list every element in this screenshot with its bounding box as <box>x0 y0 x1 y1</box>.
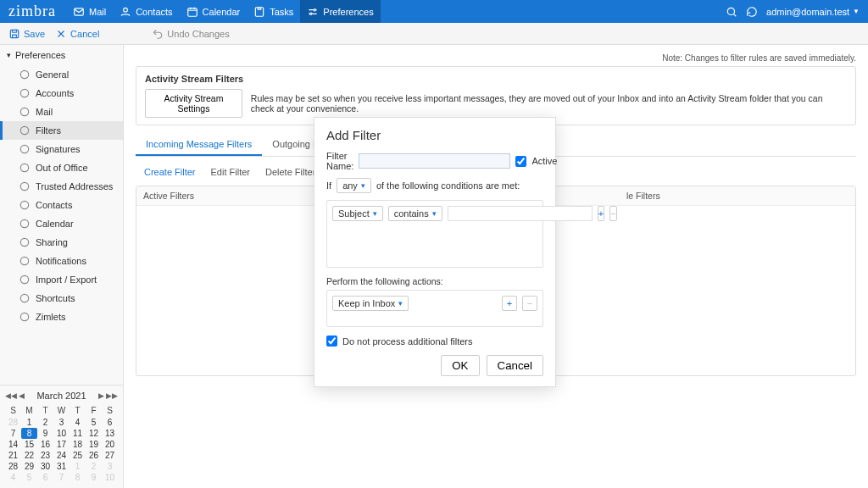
cal-day[interactable]: 3 <box>102 461 118 472</box>
cal-day[interactable]: 24 <box>53 450 70 461</box>
nav-preferences[interactable]: Preferences <box>300 0 380 23</box>
cal-day[interactable]: 2 <box>37 417 53 428</box>
cal-day[interactable]: 10 <box>102 472 118 483</box>
nav-mail[interactable]: Mail <box>66 0 113 23</box>
cal-day[interactable]: 4 <box>70 417 86 428</box>
add-condition-button[interactable]: + <box>598 206 604 221</box>
condition-op-select[interactable]: contains▾ <box>388 206 442 221</box>
search-icon[interactable] <box>726 6 737 18</box>
cal-day[interactable]: 15 <box>21 439 37 450</box>
shield-icon <box>19 180 31 192</box>
cal-day[interactable]: 7 <box>5 428 21 439</box>
refresh-icon[interactable] <box>746 6 758 18</box>
cal-day[interactable]: 8 <box>21 428 37 439</box>
cal-day[interactable]: 6 <box>102 417 118 428</box>
active-checkbox[interactable]: Active <box>515 156 557 167</box>
cal-day[interactable]: 8 <box>70 472 86 483</box>
cal-day[interactable]: 3 <box>53 417 70 428</box>
cancel-button[interactable]: Cancel <box>55 28 99 40</box>
cal-day[interactable]: 9 <box>86 472 102 483</box>
cal-day[interactable]: 9 <box>37 428 53 439</box>
sidebar-item-trusted-addresses[interactable]: Trusted Addresses <box>0 177 123 196</box>
cal-day[interactable]: 5 <box>21 472 37 483</box>
sidebar-item-notifications[interactable]: Notifications <box>0 252 123 270</box>
cal-day[interactable]: 4 <box>5 472 21 483</box>
condition-value-input[interactable] <box>448 206 593 221</box>
nav-calendar[interactable]: Calendar <box>180 0 248 23</box>
sidebar-item-contacts[interactable]: Contacts <box>0 196 123 214</box>
cal-day[interactable]: 19 <box>86 439 102 450</box>
sidebar-item-calendar[interactable]: Calendar <box>0 214 123 233</box>
svg-point-9 <box>20 89 28 97</box>
cal-day[interactable]: 30 <box>37 461 53 472</box>
cal-day[interactable]: 1 <box>21 417 37 428</box>
cal-day[interactable]: 26 <box>86 450 102 461</box>
cal-day[interactable]: 5 <box>86 417 102 428</box>
cal-day[interactable]: 27 <box>102 450 118 461</box>
remove-condition-button[interactable]: − <box>609 206 616 221</box>
nav-tasks[interactable]: Tasks <box>247 0 300 23</box>
sidebar-item-out-of-office[interactable]: Out of Office <box>0 158 123 177</box>
sidebar-item-sharing[interactable]: Sharing <box>0 233 123 252</box>
remove-action-button[interactable]: − <box>522 296 537 311</box>
cal-day[interactable]: 7 <box>53 472 70 483</box>
sidebar-item-import-export[interactable]: Import / Export <box>0 270 123 289</box>
tab-incoming[interactable]: Incoming Message Filters <box>136 134 262 156</box>
cal-day[interactable]: 21 <box>5 450 21 461</box>
user-menu[interactable]: admin@domain.test▼ <box>766 7 860 17</box>
filter-name-input[interactable] <box>359 153 510 169</box>
cal-day[interactable]: 29 <box>21 461 37 472</box>
action-select[interactable]: Keep in Inbox▾ <box>332 296 409 311</box>
cal-day[interactable]: 22 <box>21 450 37 461</box>
cal-day[interactable]: 14 <box>5 439 21 450</box>
cal-day[interactable]: 6 <box>37 472 53 483</box>
undo-button[interactable]: Undo Changes <box>152 28 229 40</box>
edit-filter-button[interactable]: Edit Filter <box>211 167 250 177</box>
cal-day[interactable]: 16 <box>37 439 53 450</box>
cal-day[interactable]: 12 <box>86 428 102 439</box>
create-filter-button[interactable]: Create Filter <box>144 167 196 177</box>
sidebar-item-signatures[interactable]: Signatures <box>0 140 123 158</box>
cal-day[interactable]: 23 <box>37 450 53 461</box>
gear-icon <box>19 69 31 80</box>
sidebar-item-mail[interactable]: Mail <box>0 103 123 121</box>
svg-rect-2 <box>187 8 197 15</box>
delete-filter-button[interactable]: Delete Filter <box>265 167 315 177</box>
sidebar-item-filters[interactable]: Filters <box>0 121 123 140</box>
sidebar-item-accounts[interactable]: Accounts <box>0 84 123 103</box>
cal-day[interactable]: 20 <box>102 439 118 450</box>
cal-dow: T <box>70 404 86 417</box>
cal-day[interactable]: 18 <box>70 439 86 450</box>
cal-day[interactable]: 31 <box>53 461 70 472</box>
cal-day[interactable]: 25 <box>70 450 86 461</box>
cal-prev-year[interactable]: ◀◀ <box>5 391 17 400</box>
cal-day[interactable]: 17 <box>53 439 70 450</box>
add-action-button[interactable]: + <box>502 296 517 311</box>
sidebar-item-shortcuts[interactable]: Shortcuts <box>0 289 123 308</box>
save-button[interactable]: Save <box>8 28 45 40</box>
cal-day[interactable]: 11 <box>70 428 86 439</box>
svg-point-5 <box>310 13 312 14</box>
dialog-cancel-button[interactable]: Cancel <box>487 355 544 376</box>
prefs-header[interactable]: ▾Preferences <box>0 45 123 65</box>
mail-icon <box>73 6 85 18</box>
svg-point-18 <box>20 257 28 264</box>
nav-contacts[interactable]: Contacts <box>113 0 179 23</box>
condition-field-select[interactable]: Subject▾ <box>332 206 383 221</box>
cal-next-month[interactable]: ▶ <box>98 391 104 400</box>
chevron-down-icon: ▾ <box>373 209 377 218</box>
sidebar-item-general[interactable]: General <box>0 65 123 84</box>
cal-day[interactable]: 28 <box>5 417 21 428</box>
cal-day[interactable]: 28 <box>5 461 21 472</box>
cal-day[interactable]: 13 <box>102 428 118 439</box>
match-select[interactable]: any▾ <box>337 178 371 193</box>
ok-button[interactable]: OK <box>441 355 479 376</box>
cal-prev-month[interactable]: ◀ <box>19 391 25 400</box>
activity-stream-settings-button[interactable]: Activity Stream Settings <box>145 89 242 118</box>
cal-day[interactable]: 1 <box>70 461 86 472</box>
cal-day[interactable]: 10 <box>53 428 70 439</box>
noprocess-checkbox[interactable]: Do not process additional filters <box>326 336 543 347</box>
cal-day[interactable]: 2 <box>86 461 102 472</box>
sidebar-item-zimlets[interactable]: Zimlets <box>0 308 123 326</box>
cal-next-year[interactable]: ▶▶ <box>106 391 118 400</box>
